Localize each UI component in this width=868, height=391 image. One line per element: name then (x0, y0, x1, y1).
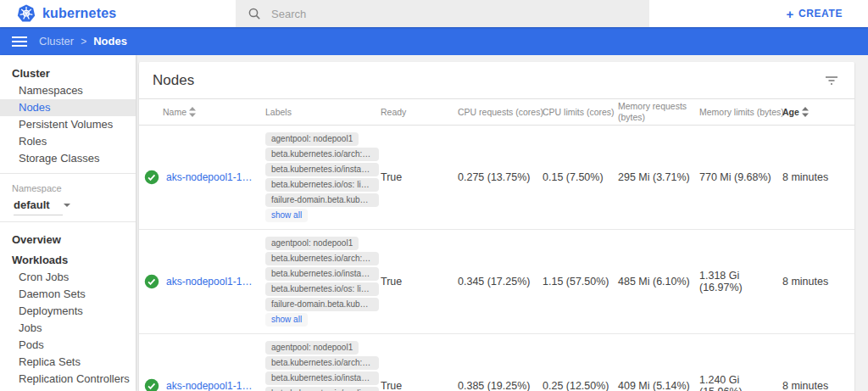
memory-requests-value: 409 Mi (5.14%) (618, 380, 699, 391)
sidebar-item-deployments[interactable]: Deployments (0, 303, 136, 320)
label-chip: beta.kubernetes.io/os: linux (265, 387, 379, 391)
sidebar-item-storage-classes[interactable]: Storage Classes (0, 150, 136, 167)
chevron-right-icon: > (81, 36, 86, 47)
labels-cell: agentpool: nodepool1 beta.kubernetes.io/… (265, 230, 381, 333)
ready-value: True (381, 276, 458, 288)
node-name-link[interactable]: aks-nodepool1-10230590-vm... (166, 276, 257, 288)
home-link[interactable]: kubernetes (0, 4, 116, 23)
sidebar-item-nodes[interactable]: Nodes (0, 99, 136, 116)
node-name-link[interactable]: aks-nodepool1-10230590-vm... (166, 171, 257, 183)
search-icon (248, 7, 261, 20)
ready-value: True (381, 380, 458, 391)
namespace-dropdown[interactable]: default (14, 198, 63, 215)
node-name-link[interactable]: aks-nodepool1-10230590-vm... (166, 380, 257, 391)
sidebar-item-pods[interactable]: Pods (0, 337, 136, 354)
sidebar-divider (0, 221, 136, 222)
table-header-row: Name Labels Ready CPU requests (cores) C… (139, 99, 854, 126)
column-header-memory-limits: Memory limits (bytes) (699, 107, 782, 117)
memory-requests-value: 295 Mi (3.71%) (618, 171, 699, 183)
label-chip: beta.kubernetes.io/arch: amd... (265, 356, 379, 370)
age-value: 8 minutes (782, 380, 854, 391)
plus-icon: + (787, 8, 794, 20)
column-header-ready: Ready (381, 107, 458, 117)
status-ok-icon (144, 378, 159, 391)
sidebar-item-persistent-volumes[interactable]: Persistent Volumes (0, 116, 136, 133)
sidebar-item-replica-sets[interactable]: Replica Sets (0, 354, 136, 371)
label-chip: beta.kubernetes.io/instance-t... (265, 371, 379, 385)
memory-limits-value: 770 Mi (9.68%) (699, 171, 782, 183)
memory-limits-value: 1.240 Gi (15.96%) (699, 374, 782, 391)
column-header-name[interactable]: Name (139, 107, 265, 117)
ready-value: True (381, 171, 458, 183)
label-chip: agentpool: nodepool1 (265, 237, 359, 250)
column-header-cpu-limits: CPU limits (cores) (542, 107, 618, 117)
age-value: 8 minutes (782, 171, 854, 183)
label-chip: beta.kubernetes.io/instance-t... (265, 163, 379, 176)
sidebar-item-namespaces[interactable]: Namespaces (0, 82, 136, 99)
column-header-labels: Labels (265, 107, 381, 117)
sidebar-divider (0, 173, 136, 174)
app-title: kubernetes (42, 6, 116, 21)
sidebar-item-roles[interactable]: Roles (0, 133, 136, 150)
table-row: aks-nodepool1-10230590-vm... agentpool: … (139, 334, 854, 391)
sidebar-item-cron-jobs[interactable]: Cron Jobs (0, 269, 136, 286)
memory-requests-value: 485 Mi (6.10%) (618, 276, 699, 288)
namespace-selected-value: default (14, 198, 50, 211)
sort-icon (802, 107, 809, 117)
column-header-age[interactable]: Age (782, 107, 854, 117)
show-all-button[interactable]: show all (265, 313, 308, 327)
breadcrumb-bar: Cluster > Nodes (0, 27, 868, 55)
cpu-requests-value: 0.345 (17.25%) (458, 276, 542, 288)
cpu-requests-value: 0.385 (19.25%) (458, 380, 542, 391)
sidebar-nav: Cluster Namespaces Nodes Persistent Volu… (0, 55, 136, 391)
sidebar-item-workloads[interactable]: Workloads (0, 249, 136, 269)
age-value: 8 minutes (782, 276, 854, 288)
labels-cell: agentpool: nodepool1 beta.kubernetes.io/… (265, 334, 381, 391)
label-chip: beta.kubernetes.io/os: linux (265, 282, 379, 296)
sort-icon (189, 107, 196, 117)
filter-icon[interactable] (822, 72, 841, 89)
search-bar (236, 0, 649, 27)
label-chip: agentpool: nodepool1 (265, 341, 359, 355)
show-all-button[interactable]: show all (265, 209, 308, 222)
breadcrumb-current-page: Nodes (93, 35, 127, 47)
nodes-card: Nodes Name Labels Ready CPU reques (139, 62, 854, 391)
menu-hamburger-icon[interactable] (0, 36, 39, 47)
sidebar-item-cluster[interactable]: Cluster (0, 62, 136, 82)
sidebar-item-jobs[interactable]: Jobs (0, 320, 136, 337)
sidebar-item-replication-controllers[interactable]: Replication Controllers (0, 371, 136, 388)
create-button[interactable]: + CREATE (787, 0, 843, 27)
breadcrumb: Cluster > Nodes (39, 35, 127, 47)
label-chip: beta.kubernetes.io/arch: amd... (265, 252, 379, 265)
sidebar-item-overview[interactable]: Overview (0, 228, 136, 249)
label-chip: failure-domain.beta.kubernet... (265, 298, 379, 311)
create-button-label: CREATE (798, 8, 843, 20)
status-ok-icon (144, 170, 159, 185)
column-header-memory-requests: Memory requests (bytes) (618, 101, 699, 123)
sidebar-item-stateful-sets[interactable]: Stateful Sets (0, 388, 136, 391)
status-ok-icon (144, 274, 159, 289)
label-chip: beta.kubernetes.io/instance-t... (265, 267, 379, 281)
cpu-requests-value: 0.275 (13.75%) (458, 171, 542, 183)
page-title: Nodes (153, 72, 194, 89)
sidebar-item-daemon-sets[interactable]: Daemon Sets (0, 286, 136, 303)
table-row: aks-nodepool1-10230590-vm... agentpool: … (139, 230, 854, 334)
column-header-cpu-requests: CPU requests (cores) (458, 107, 542, 117)
cpu-limits-value: 0.15 (7.50%) (542, 171, 618, 183)
memory-limits-value: 1.318 Gi (16.97%) (699, 270, 782, 293)
table-row: aks-nodepool1-10230590-vm... agentpool: … (139, 126, 854, 230)
breadcrumb-cluster-link[interactable]: Cluster (39, 35, 74, 47)
label-chip: agentpool: nodepool1 (265, 132, 359, 146)
namespace-label: Namespace (0, 180, 136, 195)
label-chip: beta.kubernetes.io/arch: amd... (265, 148, 379, 161)
label-chip: failure-domain.beta.kubernet... (265, 193, 379, 207)
main-content: Nodes Name Labels Ready CPU reques (136, 55, 868, 391)
search-input[interactable] (271, 8, 593, 20)
labels-cell: agentpool: nodepool1 beta.kubernetes.io/… (265, 126, 381, 229)
chevron-down-icon (64, 204, 70, 207)
cpu-limits-value: 1.15 (57.50%) (542, 276, 618, 288)
top-header: kubernetes + CREATE (0, 0, 868, 27)
label-chip: beta.kubernetes.io/os: linux (265, 178, 379, 192)
kubernetes-logo-icon (17, 4, 36, 23)
cpu-limits-value: 0.25 (12.50%) (542, 380, 618, 391)
